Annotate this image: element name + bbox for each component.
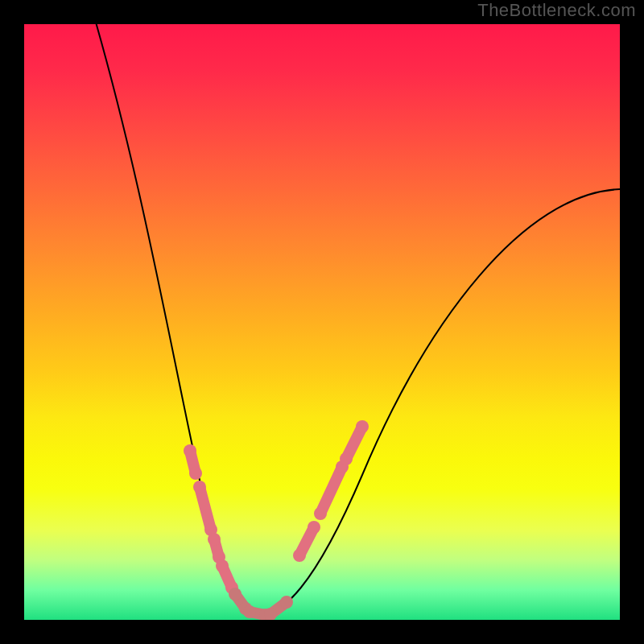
curve-svg bbox=[24, 24, 620, 620]
marker-segment bbox=[320, 467, 342, 514]
marker-segment bbox=[200, 487, 211, 530]
bottleneck-curve bbox=[87, 24, 620, 616]
marker-dot bbox=[356, 420, 369, 433]
marker-dot bbox=[184, 444, 196, 457]
watermark-text: TheBottleneck.com bbox=[477, 0, 636, 21]
plot-area bbox=[24, 24, 620, 620]
marker-dot bbox=[229, 588, 242, 601]
chart-container: TheBottleneck.com bbox=[0, 0, 644, 644]
marker-dot bbox=[308, 521, 320, 534]
marker-dot bbox=[216, 559, 229, 572]
marker-dot bbox=[243, 605, 256, 618]
marker-dot bbox=[340, 452, 353, 465]
marker-dot bbox=[189, 467, 202, 480]
marker-dot bbox=[314, 507, 327, 520]
marker-dot bbox=[280, 596, 293, 609]
marker-dot bbox=[293, 549, 306, 562]
marker-dot bbox=[193, 481, 206, 493]
marker-dot bbox=[208, 533, 221, 546]
